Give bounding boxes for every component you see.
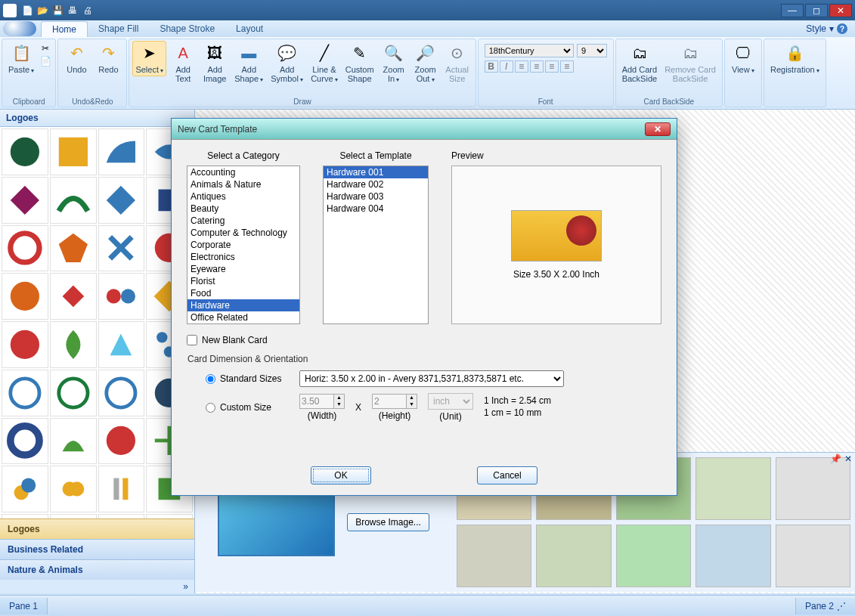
dialog-close-button[interactable]: ✕ xyxy=(645,122,671,136)
template-item[interactable]: Hardware 001 xyxy=(324,166,428,178)
new-blank-card-checkbox[interactable] xyxy=(187,335,197,345)
height-input[interactable] xyxy=(373,395,406,408)
preview-size-label: Size 3.50 X 2.00 Inch xyxy=(513,269,599,280)
template-header: Select a Template xyxy=(323,150,429,161)
category-listbox[interactable]: AccountingAnimals & NatureAntiquesBeauty… xyxy=(187,166,300,324)
height-spinner[interactable]: ▲▼ xyxy=(372,394,417,409)
width-label: (Width) xyxy=(308,410,337,421)
cancel-button[interactable]: Cancel xyxy=(477,466,537,484)
standard-sizes-radio[interactable] xyxy=(206,374,215,384)
category-item[interactable]: Antiques xyxy=(187,190,299,203)
template-item[interactable]: Hardware 003 xyxy=(324,190,428,203)
category-item[interactable]: Accounting xyxy=(187,166,299,178)
template-item[interactable]: Hardware 004 xyxy=(324,203,428,215)
category-item[interactable]: Computer & Technology xyxy=(187,227,299,239)
preview-header: Preview xyxy=(451,150,661,161)
dialog-overlay: New Card Template ✕ Select a Category Ac… xyxy=(0,0,855,616)
category-item[interactable]: Food xyxy=(187,287,299,299)
category-item[interactable]: Real Estate xyxy=(187,323,299,324)
category-item[interactable]: Electronics xyxy=(187,251,299,263)
new-blank-card-label: New Blank Card xyxy=(202,335,268,345)
template-item[interactable]: Hardware 002 xyxy=(324,178,428,190)
unit-select[interactable]: inch xyxy=(428,393,473,410)
category-item[interactable]: Animals & Nature xyxy=(187,178,299,190)
x-separator: X xyxy=(355,402,361,413)
height-label: (Height) xyxy=(379,410,411,421)
dialog-title: New Card Template xyxy=(178,124,257,135)
category-item[interactable]: Beauty xyxy=(187,203,299,215)
category-item[interactable]: Hardware xyxy=(187,299,299,311)
unit-label: (Unit) xyxy=(439,411,461,422)
width-spinner[interactable]: ▲▼ xyxy=(299,394,345,409)
up-arrow-icon[interactable]: ▲ xyxy=(407,395,417,401)
category-header: Select a Category xyxy=(187,150,300,161)
standard-sizes-radio-label[interactable]: Standard Sizes xyxy=(206,373,289,384)
standard-sizes-select[interactable]: Horiz: 3.50 x 2.00 in - Avery 8371,5371,… xyxy=(299,370,564,387)
width-input[interactable] xyxy=(300,395,333,408)
custom-size-radio[interactable] xyxy=(206,403,215,413)
template-listbox[interactable]: Hardware 001Hardware 002Hardware 003Hard… xyxy=(323,166,429,324)
down-arrow-icon[interactable]: ▼ xyxy=(334,401,344,408)
category-item[interactable]: Catering xyxy=(187,215,299,227)
custom-size-radio-label[interactable]: Custom Size xyxy=(206,402,289,413)
new-card-template-dialog: New Card Template ✕ Select a Category Ac… xyxy=(171,118,677,496)
conversion-hint: 1 Inch = 2.54 cm 1 cm = 10 mm xyxy=(484,395,551,419)
preview-box: Size 3.50 X 2.00 Inch xyxy=(451,166,661,324)
preview-thumbnail xyxy=(511,210,602,262)
dimension-legend: Card Dimension & Orientation xyxy=(187,354,661,364)
category-item[interactable]: Florist xyxy=(187,275,299,287)
up-arrow-icon[interactable]: ▲ xyxy=(334,395,344,401)
dialog-titlebar[interactable]: New Card Template ✕ xyxy=(172,119,677,140)
category-item[interactable]: Eyeware xyxy=(187,263,299,275)
category-item[interactable]: Corporate xyxy=(187,239,299,251)
ok-button[interactable]: OK xyxy=(311,466,371,484)
down-arrow-icon[interactable]: ▼ xyxy=(407,401,417,408)
category-item[interactable]: Office Related xyxy=(187,311,299,323)
